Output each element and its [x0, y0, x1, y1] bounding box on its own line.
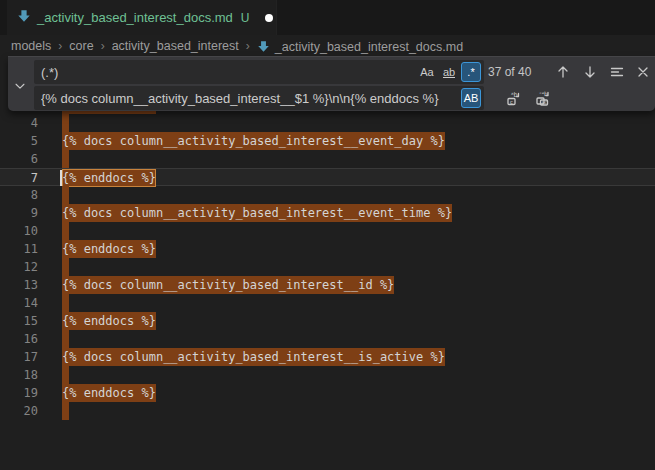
breadcrumb-item-core[interactable]: core	[69, 39, 93, 53]
find-in-selection-button[interactable]	[605, 60, 629, 84]
editor-line[interactable]: 20	[0, 402, 655, 420]
editor-line[interactable]: 17{% docs column__activity_based_interes…	[0, 348, 655, 366]
tab-activity-docs[interactable]: _activity_based_interest_docs.md U	[7, 0, 277, 35]
use-regex-button[interactable]: .*	[461, 62, 481, 82]
empty-line-match-highlight	[62, 330, 69, 348]
editor-line[interactable]: 13{% docs column__activity_based_interes…	[0, 276, 655, 294]
line-number: 20	[0, 402, 38, 420]
line-number: 8	[0, 186, 38, 204]
previous-match-button[interactable]	[551, 60, 575, 84]
line-content	[62, 330, 69, 348]
search-match-highlight: {% enddocs %}	[62, 240, 156, 258]
preserve-case-button[interactable]: AB	[461, 88, 481, 108]
line-content	[62, 114, 69, 132]
find-input-box: Aa ab .*	[34, 60, 484, 84]
editor-line[interactable]: 16	[0, 330, 655, 348]
unsaved-changes-dot[interactable]	[265, 14, 273, 22]
replace-input[interactable]	[41, 91, 459, 106]
search-match-highlight: {% docs column__activity_based_interest_…	[62, 132, 445, 150]
empty-line-match-highlight	[62, 258, 69, 276]
line-number: 10	[0, 222, 38, 240]
empty-line-match-highlight	[62, 402, 69, 420]
editor[interactable]: 1{% docs column__activity_based_interest…	[0, 56, 655, 470]
editor-line[interactable]: 19{% enddocs %}	[0, 384, 655, 402]
breadcrumb-item-activity-based-interest[interactable]: activity_based_interest	[112, 39, 239, 53]
chevron-right-icon: ›	[246, 39, 250, 53]
find-results-count: 37 of 40	[488, 60, 531, 84]
search-match-highlight: {% docs column__activity_based_interest_…	[62, 348, 445, 366]
git-status-badge: U	[241, 11, 250, 25]
breadcrumb-item-models[interactable]: models	[11, 39, 51, 53]
line-content: {% enddocs %}	[62, 240, 156, 258]
line-content	[62, 402, 69, 420]
find-input[interactable]	[41, 65, 415, 80]
empty-line-match-highlight	[62, 114, 69, 132]
tab-bar: _activity_based_interest_docs.md U	[0, 0, 655, 35]
editor-line[interactable]: 6	[0, 150, 655, 168]
line-content: {% docs column__activity_based_interest_…	[62, 276, 394, 294]
line-number: 14	[0, 294, 38, 312]
line-content	[62, 222, 69, 240]
line-number: 4	[0, 114, 38, 132]
match-case-button[interactable]: Aa	[417, 62, 437, 82]
empty-line-match-highlight	[62, 150, 69, 168]
editor-line[interactable]: 11{% enddocs %}	[0, 240, 655, 258]
editor-line[interactable]: 9{% docs column__activity_based_interest…	[0, 204, 655, 222]
empty-line-match-highlight	[62, 222, 69, 240]
svg-text:ac: ac	[542, 99, 548, 105]
editor-line[interactable]: 7{% enddocs %}	[0, 168, 655, 186]
svg-text:c: c	[510, 99, 513, 105]
editor-line[interactable]: 15{% enddocs %}	[0, 312, 655, 330]
empty-line-match-highlight	[62, 186, 69, 204]
find-replace-widget: Aa ab .* 37 of 40 AB ᵃb c ᶜᵃb ac	[8, 56, 655, 111]
line-content	[62, 150, 69, 168]
chevron-right-icon: ›	[58, 39, 62, 53]
search-match-highlight: {% enddocs %}	[62, 384, 156, 402]
line-content	[62, 294, 69, 312]
search-match-highlight: {% enddocs %}	[62, 312, 156, 330]
line-content: {% enddocs %}	[62, 384, 156, 402]
search-match-highlight: {% docs column__activity_based_interest_…	[62, 276, 394, 294]
chevron-right-icon: ›	[101, 39, 105, 53]
line-number: 13	[0, 276, 38, 294]
line-number: 19	[0, 384, 38, 402]
next-match-button[interactable]	[578, 60, 602, 84]
editor-line[interactable]: 12	[0, 258, 655, 276]
svg-text:ᵃb: ᵃb	[511, 91, 518, 99]
line-content: {% enddocs %}	[62, 312, 156, 330]
line-content	[62, 186, 69, 204]
breadcrumb-item--activity-based-interest-docs-md[interactable]: _activity_based_interest_docs.md	[257, 38, 463, 54]
editor-line[interactable]: 8	[0, 186, 655, 204]
replace-input-box: AB	[34, 86, 484, 110]
empty-line-match-highlight	[62, 366, 69, 384]
editor-line[interactable]: 18	[0, 366, 655, 384]
editor-line[interactable]: 14	[0, 294, 655, 312]
text-cursor	[60, 170, 62, 186]
line-content: {% docs column__activity_based_interest_…	[62, 132, 445, 150]
line-content	[62, 366, 69, 384]
markdown-file-icon	[17, 9, 31, 27]
editor-line[interactable]: 10	[0, 222, 655, 240]
line-number: 9	[0, 204, 38, 222]
line-number: 17	[0, 348, 38, 366]
search-match-highlight: {% enddocs %}	[62, 169, 156, 187]
replace-all-button[interactable]: ᶜᵃb ac	[531, 86, 555, 110]
toggle-replace-button[interactable]	[11, 77, 29, 95]
empty-line-match-highlight	[62, 294, 69, 312]
line-number: 7	[0, 169, 38, 187]
editor-line[interactable]: 4	[0, 114, 655, 132]
line-number: 6	[0, 150, 38, 168]
line-content: {% docs column__activity_based_interest_…	[62, 348, 445, 366]
close-find-widget-button[interactable]	[631, 60, 655, 84]
markdown-file-icon	[257, 40, 270, 53]
search-match-highlight: {% docs column__activity_based_interest_…	[62, 204, 452, 222]
whole-word-button[interactable]: ab	[439, 62, 459, 82]
breadcrumb: models›core›activity_based_interest›_act…	[0, 35, 655, 56]
editor-line[interactable]: 5{% docs column__activity_based_interest…	[0, 132, 655, 150]
line-number: 16	[0, 330, 38, 348]
line-content: {% docs column__activity_based_interest_…	[62, 204, 452, 222]
line-number: 5	[0, 132, 38, 150]
tab-title: _activity_based_interest_docs.md	[37, 10, 233, 25]
replace-button[interactable]: ᵃb c	[502, 86, 526, 110]
line-number: 15	[0, 312, 38, 330]
